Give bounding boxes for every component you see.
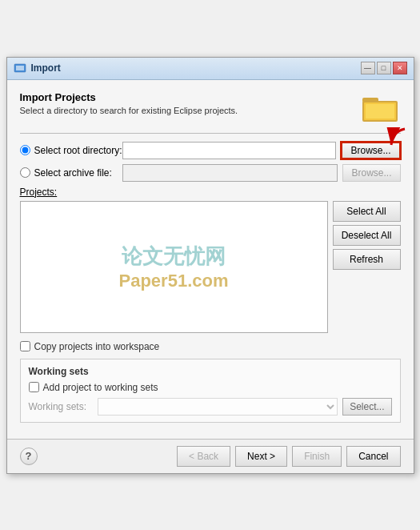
projects-buttons: Select All Deselect All Refresh [333,201,401,333]
deselect-all-button[interactable]: Deselect All [333,225,401,246]
close-button[interactable]: ✕ [393,62,407,74]
finish-button[interactable]: Finish [292,446,342,467]
header-text: Import Projects Select a directory to se… [20,91,238,115]
select-all-button[interactable]: Select All [333,201,401,222]
add-to-working-sets-checkbox[interactable] [29,382,39,392]
root-directory-row: Select root directory: Browse... [20,142,401,159]
cancel-button[interactable]: Cancel [346,446,400,467]
svg-rect-1 [16,66,24,70]
window-title: Import [31,62,61,74]
import-dialog: Import — □ ✕ Import Projects Select a di… [6,57,414,474]
working-sets-checkbox-row: Add project to working sets [29,382,392,393]
archive-file-radio[interactable] [20,167,30,178]
dialog-content: Import Projects Select a directory to se… [7,80,414,439]
archive-file-row: Select archive file: Browse... [20,164,401,182]
svg-rect-5 [366,104,394,118]
bottom-buttons: ? < Back Next > Finish Cancel [7,439,414,473]
root-directory-label[interactable]: Select root directory: [34,145,122,156]
browse-wrapper: Browse... [336,142,400,159]
browse-root-button[interactable]: Browse... [341,142,400,159]
header-divider [20,133,401,134]
dialog-subtitle: Select a directory to search for existin… [20,106,238,115]
title-bar-controls: — □ ✕ [361,62,407,74]
back-button[interactable]: < Back [177,446,230,467]
root-directory-input[interactable] [122,142,337,159]
projects-list[interactable]: 论文无忧网 Paper51.com [20,201,328,333]
projects-area: 论文无忧网 Paper51.com Select All Deselect Al… [20,201,401,333]
minimize-button[interactable]: — [361,62,375,74]
archive-file-input[interactable] [122,164,338,182]
header-section: Import Projects Select a directory to se… [20,91,401,123]
working-sets-select[interactable] [98,398,338,416]
watermark-line1: 论文无忧网 [119,243,229,271]
working-sets-title: Working sets [29,366,392,377]
nav-buttons: < Back Next > Finish Cancel [177,446,400,467]
title-bar-left: Import [14,62,61,74]
browse-archive-button[interactable]: Browse... [342,164,400,182]
working-sets-select-button[interactable]: Select... [342,398,391,416]
title-bar: Import — □ ✕ [7,58,414,80]
root-directory-radio[interactable] [20,145,30,155]
watermark: 论文无忧网 Paper51.com [119,243,229,291]
copy-projects-label[interactable]: Copy projects into workspace [34,341,160,352]
watermark-line2: Paper51.com [119,271,229,291]
dialog-title: Import Projects [20,91,238,103]
copy-projects-checkbox[interactable] [20,341,30,351]
refresh-button[interactable]: Refresh [333,249,401,270]
add-to-working-sets-label[interactable]: Add project to working sets [43,382,158,393]
working-sets-row: Working sets: Select... [29,398,392,416]
window-icon [14,62,26,74]
archive-file-label[interactable]: Select archive file: [34,167,122,179]
working-sets-label: Working sets: [29,401,93,412]
help-button[interactable]: ? [20,448,38,465]
copy-checkbox-row: Copy projects into workspace [20,341,401,352]
svg-rect-3 [362,98,378,102]
working-sets-section: Working sets Add project to working sets… [20,359,401,423]
maximize-button[interactable]: □ [377,62,391,74]
next-button[interactable]: Next > [235,446,287,467]
projects-label: Projects: [20,187,401,198]
folder-icon [362,91,401,123]
